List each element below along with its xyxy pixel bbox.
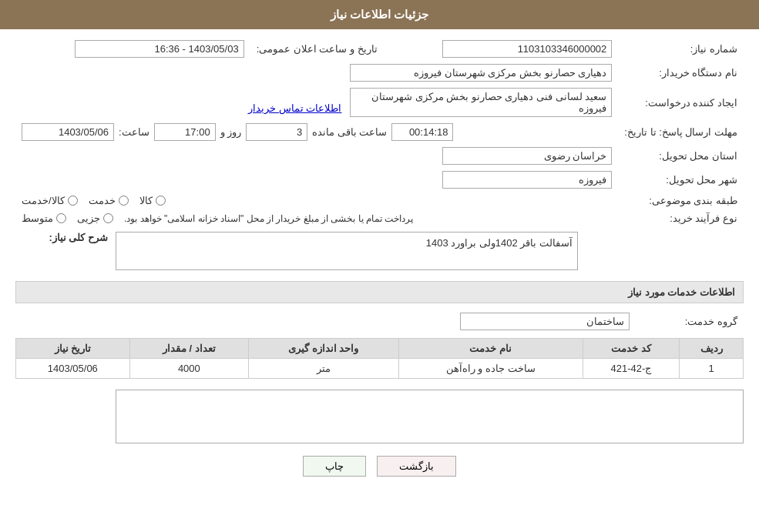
col-header-date: تاریخ نیاز: [16, 339, 130, 359]
service-group-cell: ساختمان: [15, 309, 636, 333]
deadline-days: 3: [246, 123, 307, 141]
radio-motavaset: متوسط: [22, 212, 66, 224]
creator-cell: سعید لسانی فنی دهیاری حصارنو بخش مرکزی ش…: [15, 85, 618, 120]
button-bar: بازگشت چاپ: [15, 456, 744, 477]
jazee-label: جزیی: [77, 212, 100, 224]
process-radios: متوسط جزیی: [22, 212, 113, 224]
motavaset-label: متوسط: [22, 212, 53, 224]
col-header-qty: تعداد / مقدار: [129, 339, 248, 359]
deadline-label: مهلت ارسال پاسخ: تا تاریخ:: [618, 120, 744, 144]
need-description-label: شرح کلی نیاز:: [15, 232, 108, 243]
process-row: متوسط جزیی پرداخت تمام یا بخشی از مبلغ خ…: [22, 212, 612, 224]
creator-value: سعید لسانی فنی دهیاری حصارنو بخش مرکزی ش…: [350, 88, 612, 117]
creator-label: ایجاد کننده درخواست:: [618, 85, 744, 120]
deadline-row: 1403/05/06 ساعت: 17:00 روز و 3 ساعت باقی…: [22, 123, 612, 141]
radio-kala-khedmat-input[interactable]: [68, 196, 78, 206]
delivery-city-label: شهر محل تحویل:: [618, 168, 744, 192]
deadline-remaining: 00:14:18: [391, 123, 453, 141]
announcement-date-cell: 1403/05/03 - 16:36: [15, 37, 250, 61]
delivery-province-cell: خراسان رضوی: [15, 144, 618, 168]
deadline-date: 1403/05/06: [22, 123, 114, 141]
need-number-value: 1103103346000002: [442, 40, 612, 58]
col-header-name: نام خدمت: [398, 339, 583, 359]
creator-link[interactable]: اطلاعات تماس خریدار: [248, 102, 341, 114]
print-button[interactable]: چاپ: [303, 456, 366, 477]
deadline-time-label: ساعت:: [119, 126, 149, 138]
need-description-value: آسفالت باقر 1402ولی براورد 1403: [116, 232, 578, 270]
col-header-unit: واحد اندازه گیری: [249, 339, 399, 359]
deadline-time: 17:00: [154, 123, 216, 141]
delivery-province-label: استان محل تحویل:: [618, 144, 744, 168]
page-wrapper: جزئیات اطلاعات نیاز شماره نیاز: 11031033…: [0, 0, 759, 532]
deadline-remaining-label: ساعت باقی مانده: [312, 126, 387, 138]
main-content: شماره نیاز: 1103103346000002 تاریخ و ساع…: [0, 29, 759, 492]
back-button[interactable]: بازگشت: [377, 456, 456, 477]
delivery-city-value: فیروزه: [442, 171, 612, 189]
delivery-province-value: خراسان رضوی: [442, 147, 612, 165]
announcement-date-value: 1403/05/03 - 16:36: [75, 40, 244, 58]
classification-radios: کالا/خدمت خدمت کالا: [22, 195, 612, 206]
services-table: ردیف کد خدمت نام خدمت واحد اندازه گیری ت…: [15, 338, 744, 379]
khedmat-label: خدمت: [89, 195, 116, 206]
announcement-date-label: تاریخ و ساعت اعلان عمومی:: [250, 37, 384, 61]
kala-label: کالا: [139, 195, 153, 206]
delivery-city-cell: فیروزه: [15, 168, 618, 192]
service-group-table: گروه خدمت: ساختمان: [15, 309, 744, 333]
buyer-notes-row: [15, 390, 744, 443]
services-section-title: اطلاعات خدمات مورد نیاز: [15, 281, 744, 303]
kala-khedmat-label: کالا/خدمت: [22, 195, 65, 206]
page-header: جزئیات اطلاعات نیاز: [0, 0, 759, 29]
need-number-cell: 1103103346000002: [384, 37, 619, 61]
process-label: نوع فرآیند خرید:: [618, 209, 744, 227]
service-group-label: گروه خدمت:: [636, 309, 744, 333]
classification-label: طبقه بندی موضوعی:: [618, 192, 744, 209]
page-title: جزئیات اطلاعات نیاز: [331, 8, 428, 21]
need-number-label: شماره نیاز:: [618, 37, 744, 61]
service-group-value: ساختمان: [460, 313, 630, 330]
buyer-notes-textarea[interactable]: [116, 390, 744, 443]
radio-khedmat: خدمت: [89, 195, 129, 206]
table-row: 1ج-42-421ساخت جاده و راه‌آهنمتر40001403/…: [16, 359, 744, 379]
need-description-row: شرح کلی نیاز: آسفالت باقر 1402ولی براورد…: [15, 232, 744, 270]
top-info-table: شماره نیاز: 1103103346000002 تاریخ و ساع…: [15, 37, 744, 227]
radio-kala-input[interactable]: [156, 196, 166, 206]
process-notice: پرداخت تمام یا بخشی از مبلغ خریدار از مح…: [124, 213, 413, 224]
deadline-cell: 1403/05/06 ساعت: 17:00 روز و 3 ساعت باقی…: [15, 120, 618, 144]
radio-jazee-input[interactable]: [103, 213, 113, 223]
radio-kala: کالا: [139, 195, 166, 206]
process-cell: متوسط جزیی پرداخت تمام یا بخشی از مبلغ خ…: [15, 209, 618, 227]
classification-cell: کالا/خدمت خدمت کالا: [15, 192, 618, 209]
deadline-days-label: روز و: [220, 126, 242, 138]
radio-kala-khedmat: کالا/خدمت: [22, 195, 78, 206]
radio-khedmat-input[interactable]: [119, 196, 129, 206]
buyer-org-value: دهیاری حصارنو بخش مرکزی شهرستان فیروزه: [350, 64, 612, 82]
buyer-org-label: نام دستگاه خریدار:: [618, 61, 744, 85]
radio-motavaset-input[interactable]: [56, 213, 66, 223]
col-header-row: ردیف: [680, 339, 744, 359]
col-header-code: کد خدمت: [583, 339, 680, 359]
buyer-org-cell: دهیاری حصارنو بخش مرکزی شهرستان فیروزه: [15, 61, 618, 85]
radio-jazee: جزیی: [77, 212, 113, 224]
